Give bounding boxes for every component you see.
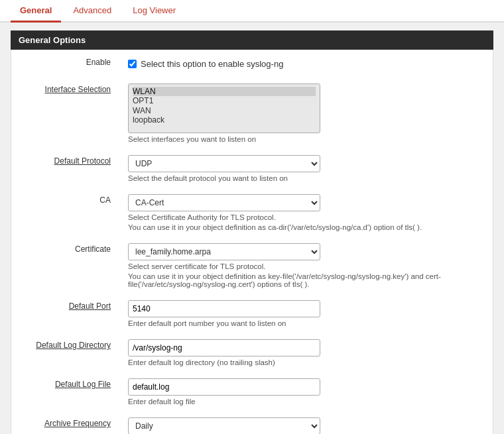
default-port-row: Default Port Enter default port number y… — [13, 295, 491, 333]
interface-selection-value: WLAN OPT1 WAN loopback Select interfaces… — [120, 78, 491, 148]
default-log-file-label: Default Log File — [13, 373, 119, 411]
tab-advanced[interactable]: Advanced — [64, 0, 121, 23]
interface-selection-row: Interface Selection WLAN OPT1 WAN loopba… — [13, 78, 491, 148]
certificate-help1: Select server certificate for TLS protoc… — [128, 262, 483, 270]
list-item[interactable]: loopback — [133, 115, 316, 125]
options-table: Enable Select this option to enable sysl… — [11, 50, 493, 434]
certificate-value: lee_family.home.arpa Select server certi… — [120, 238, 491, 294]
interface-selection-help: Select interfaces you want to listen on — [128, 135, 483, 143]
default-log-directory-value: Enter default log directory (no trailing… — [120, 334, 491, 372]
tab-general[interactable]: General — [11, 0, 61, 23]
certificate-label: Certificate — [13, 238, 119, 294]
certificate-help2: You can use it in your object definition… — [128, 272, 483, 288]
ca-row: CA CA-Cert Select Certificate Authority … — [13, 189, 491, 237]
default-protocol-select[interactable]: UDP TCP — [128, 155, 320, 172]
archive-frequency-row: Archive Frequency Daily Weekly Monthly S… — [13, 412, 491, 434]
ca-select[interactable]: CA-Cert — [128, 194, 320, 211]
enable-row: Enable Select this option to enable sysl… — [13, 51, 491, 77]
list-item[interactable]: OPT1 — [133, 96, 316, 105]
enable-checkbox-label: Select this option to enable syslog-ng — [141, 59, 283, 69]
default-log-directory-row: Default Log Directory Enter default log … — [13, 334, 491, 372]
default-log-file-input[interactable] — [128, 378, 320, 396]
ca-help1: Select Certificate Authority for TLS pro… — [128, 213, 483, 221]
interface-selection-label: Interface Selection — [13, 78, 119, 148]
default-protocol-label: Default Protocol — [13, 150, 119, 188]
tabs-bar: General Advanced Log Viewer — [0, 0, 504, 23]
archive-frequency-value: Daily Weekly Monthly Select the frequenc… — [120, 412, 491, 434]
default-protocol-value: UDP TCP Select the default protocol you … — [120, 150, 491, 188]
content-area: General Options Enable Select this optio… — [0, 23, 504, 434]
enable-checkbox[interactable] — [128, 60, 137, 68]
default-port-value: Enter default port number you want to li… — [120, 295, 491, 333]
tab-logviewer[interactable]: Log Viewer — [123, 0, 185, 23]
archive-frequency-label: Archive Frequency — [13, 412, 119, 434]
enable-value: Select this option to enable syslog-ng — [120, 51, 491, 77]
interface-selection-listbox[interactable]: WLAN OPT1 WAN loopback — [128, 83, 320, 133]
certificate-select[interactable]: lee_family.home.arpa — [128, 243, 320, 260]
default-port-help: Enter default port number you want to li… — [128, 319, 483, 327]
default-port-label: Default Port — [13, 295, 119, 333]
section-header: General Options — [11, 30, 493, 50]
default-log-directory-help: Enter default log directory (no trailing… — [128, 358, 483, 366]
default-log-file-help: Enter default log file — [128, 398, 483, 406]
ca-value: CA-Cert Select Certificate Authority for… — [120, 189, 491, 237]
ca-label: CA — [13, 189, 119, 237]
list-item[interactable]: WLAN — [133, 87, 316, 96]
list-item[interactable]: WAN — [133, 106, 316, 115]
certificate-row: Certificate lee_family.home.arpa Select … — [13, 238, 491, 294]
default-log-directory-label: Default Log Directory — [13, 334, 119, 372]
default-protocol-row: Default Protocol UDP TCP Select the defa… — [13, 150, 491, 188]
default-protocol-help: Select the default protocol you want to … — [128, 174, 483, 182]
default-log-file-row: Default Log File Enter default log file — [13, 373, 491, 411]
enable-label: Enable — [13, 51, 119, 77]
archive-frequency-select[interactable]: Daily Weekly Monthly — [128, 417, 320, 434]
default-log-file-value: Enter default log file — [120, 373, 491, 411]
ca-help2: You can use it in your object definition… — [128, 223, 483, 231]
default-log-directory-input[interactable] — [128, 339, 320, 356]
default-port-input[interactable] — [128, 300, 320, 317]
